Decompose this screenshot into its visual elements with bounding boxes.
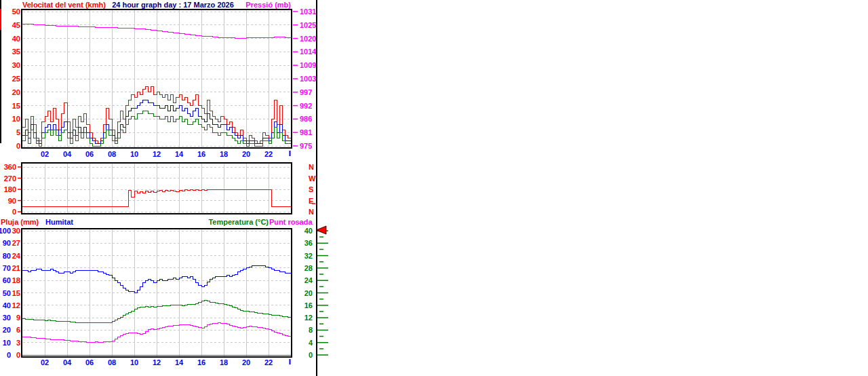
svg-text:997: 997 bbox=[300, 88, 312, 96]
svg-text:50: 50 bbox=[12, 7, 20, 16]
svg-text:5: 5 bbox=[16, 128, 20, 136]
wind-axis-label: Velocitat del vent (kmh) bbox=[22, 1, 106, 9]
svg-text:270: 270 bbox=[4, 174, 16, 183]
svg-text:S: S bbox=[309, 185, 313, 193]
svg-text:16: 16 bbox=[197, 358, 205, 366]
temperature-axis-label: Temperatura (°C) bbox=[203, 218, 269, 226]
charts-canvas: 5045403530252015105010311025102010141009… bbox=[0, 0, 868, 376]
svg-text:40: 40 bbox=[304, 227, 313, 235]
svg-text:08: 08 bbox=[108, 358, 116, 366]
svg-text:04: 04 bbox=[63, 358, 72, 366]
svg-text:0: 0 bbox=[16, 142, 20, 150]
svg-text:36: 36 bbox=[304, 239, 313, 247]
svg-text:90: 90 bbox=[8, 197, 16, 205]
rain-axis-label: Pluja (mm) bbox=[1, 218, 39, 226]
svg-text:21: 21 bbox=[12, 264, 20, 272]
svg-text:981: 981 bbox=[300, 128, 312, 136]
svg-text:0: 0 bbox=[16, 351, 20, 359]
weather-graph-page: 5045403530252015105010311025102010141009… bbox=[0, 0, 868, 376]
svg-text:22: 22 bbox=[264, 150, 273, 158]
svg-text:12: 12 bbox=[12, 301, 20, 309]
svg-text:30: 30 bbox=[12, 61, 20, 69]
svg-text:W: W bbox=[309, 174, 316, 183]
svg-text:02: 02 bbox=[41, 358, 49, 366]
svg-text:18: 18 bbox=[12, 276, 20, 284]
svg-text:3: 3 bbox=[16, 339, 20, 347]
temp-humidity-rain-chart: 1009080706050403020100302724211815129630… bbox=[0, 227, 328, 366]
svg-text:40: 40 bbox=[3, 301, 11, 309]
svg-text:15: 15 bbox=[12, 289, 20, 297]
svg-text:02: 02 bbox=[41, 150, 49, 158]
svg-text:28: 28 bbox=[304, 264, 313, 272]
svg-text:14: 14 bbox=[175, 150, 184, 158]
svg-text:0: 0 bbox=[12, 208, 16, 216]
svg-text:30: 30 bbox=[12, 227, 20, 235]
temp-scale-marker-triangle bbox=[316, 226, 326, 234]
svg-text:0: 0 bbox=[309, 351, 313, 359]
svg-text:20: 20 bbox=[242, 150, 250, 158]
svg-text:20: 20 bbox=[12, 88, 20, 96]
svg-text:18: 18 bbox=[220, 358, 228, 366]
svg-text:30: 30 bbox=[3, 314, 11, 322]
svg-text:06: 06 bbox=[85, 150, 94, 158]
svg-text:06: 06 bbox=[85, 358, 94, 366]
svg-text:12: 12 bbox=[153, 358, 161, 366]
pressure-axis-label: Pressió (mb) bbox=[223, 1, 291, 9]
svg-text:16: 16 bbox=[304, 301, 313, 309]
svg-text:992: 992 bbox=[300, 102, 312, 110]
svg-text:22: 22 bbox=[264, 358, 273, 366]
svg-text:08: 08 bbox=[108, 150, 116, 158]
svg-text:100: 100 bbox=[0, 227, 11, 235]
svg-text:18: 18 bbox=[220, 150, 228, 158]
svg-text:25: 25 bbox=[12, 75, 20, 83]
svg-text:1020: 1020 bbox=[300, 35, 316, 43]
svg-text:20: 20 bbox=[304, 289, 313, 297]
svg-text:50: 50 bbox=[3, 289, 11, 297]
svg-text:10: 10 bbox=[130, 150, 138, 158]
svg-text:10: 10 bbox=[3, 339, 11, 347]
svg-text:60: 60 bbox=[3, 276, 11, 284]
svg-text:360: 360 bbox=[4, 163, 16, 171]
svg-text:27: 27 bbox=[12, 239, 20, 247]
svg-text:9: 9 bbox=[16, 314, 20, 322]
humidity-axis-label: Humitat bbox=[45, 218, 73, 226]
svg-text:32: 32 bbox=[304, 252, 313, 260]
svg-text:1014: 1014 bbox=[300, 48, 317, 56]
svg-text:0: 0 bbox=[7, 351, 11, 359]
svg-text:180: 180 bbox=[4, 185, 16, 193]
svg-text:14: 14 bbox=[175, 358, 184, 366]
svg-text:20: 20 bbox=[242, 358, 250, 366]
svg-text:24: 24 bbox=[12, 252, 21, 260]
svg-text:35: 35 bbox=[12, 48, 20, 56]
svg-text:24: 24 bbox=[304, 276, 313, 284]
svg-text:1025: 1025 bbox=[300, 21, 316, 29]
svg-text:70: 70 bbox=[3, 264, 11, 272]
wind-pressure-chart: 5045403530252015105010311025102010141009… bbox=[12, 7, 317, 158]
svg-text:986: 986 bbox=[300, 115, 312, 123]
svg-text:6: 6 bbox=[16, 326, 20, 334]
svg-text:N: N bbox=[309, 163, 314, 171]
svg-text:40: 40 bbox=[12, 35, 20, 43]
svg-text:80: 80 bbox=[3, 252, 11, 260]
svg-text:45: 45 bbox=[12, 21, 20, 29]
svg-text:10: 10 bbox=[12, 115, 20, 123]
svg-text:N: N bbox=[309, 208, 314, 216]
svg-text:1009: 1009 bbox=[300, 61, 316, 69]
svg-text:12: 12 bbox=[153, 150, 161, 158]
svg-text:15: 15 bbox=[12, 102, 20, 110]
svg-text:10: 10 bbox=[130, 358, 138, 366]
wind-direction-chart: 360270180900NWSEN bbox=[4, 163, 316, 216]
svg-text:90: 90 bbox=[3, 239, 11, 247]
svg-text:8: 8 bbox=[309, 326, 313, 334]
svg-text:20: 20 bbox=[3, 326, 11, 334]
dewpoint-axis-label: Punt rosada bbox=[269, 218, 313, 226]
svg-text:04: 04 bbox=[63, 150, 72, 158]
svg-text:12: 12 bbox=[304, 314, 313, 322]
svg-text:975: 975 bbox=[300, 142, 312, 150]
svg-text:1031: 1031 bbox=[300, 7, 316, 16]
svg-text:16: 16 bbox=[197, 150, 205, 158]
svg-text:1003: 1003 bbox=[300, 75, 316, 83]
svg-text:4: 4 bbox=[309, 339, 313, 347]
